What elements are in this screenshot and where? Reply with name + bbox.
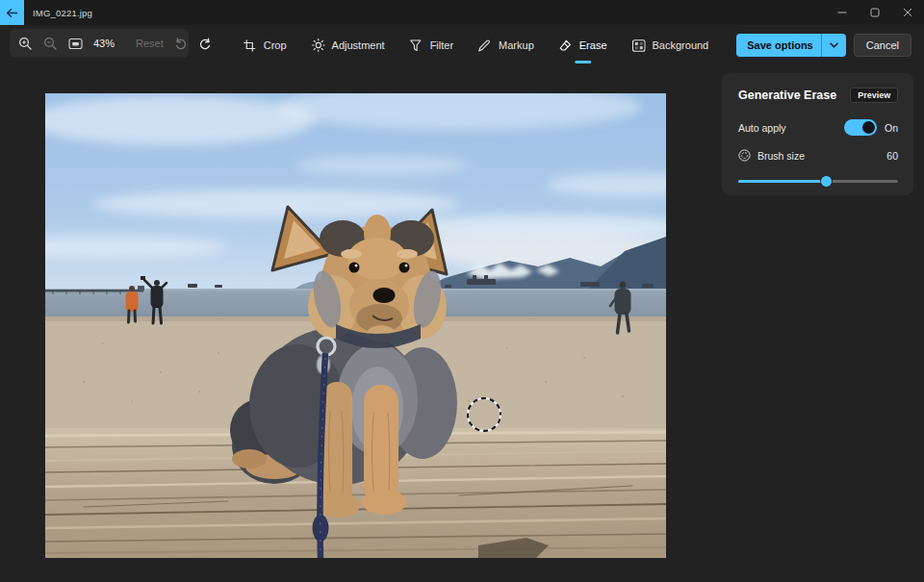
slider-thumb[interactable] [820, 175, 833, 188]
generative-erase-panel: Generative Erase Preview Auto apply On [722, 73, 913, 195]
tab-markup[interactable]: Markup [478, 31, 534, 60]
close-button[interactable] [891, 0, 924, 25]
tab-label: Adjustment [332, 39, 385, 51]
tab-adjustment[interactable]: Adjustment [312, 31, 385, 60]
beach-dog-photo [45, 93, 666, 558]
zoom-level-value: 43% [93, 38, 115, 49]
back-button[interactable] [0, 0, 24, 25]
zoom-in-icon [18, 37, 33, 51]
tab-label: Crop [264, 39, 287, 51]
tab-label: Erase [579, 39, 607, 51]
toggle-knob [862, 121, 875, 134]
zoom-toolbar: 43% Reset [10, 29, 189, 58]
brush-size-slider[interactable] [738, 174, 898, 188]
zoom-out-button[interactable] [43, 37, 58, 51]
preview-badge: Preview [850, 88, 898, 103]
crop-icon [244, 38, 257, 52]
minimize-icon [837, 8, 847, 17]
toolbar-actions: Save options Cancel [736, 34, 911, 57]
photo-canvas[interactable] [45, 93, 666, 558]
back-arrow-icon [6, 8, 18, 18]
undo-icon [174, 38, 188, 50]
minimize-button[interactable] [826, 0, 859, 25]
save-options-button[interactable]: Save options [736, 34, 845, 57]
fit-to-window-icon [68, 38, 83, 50]
tab-label: Background [653, 39, 709, 51]
tab-erase[interactable]: Erase [559, 31, 607, 60]
tab-label: Markup [499, 39, 534, 51]
maximize-icon [870, 8, 880, 17]
file-name: IMG_0221.jpg [33, 8, 92, 18]
save-options-label: Save options [736, 39, 820, 51]
slider-fill [738, 180, 826, 183]
edit-mode-tabs: Crop Adjustment Filter [244, 25, 708, 65]
chevron-down-icon [830, 42, 838, 48]
auto-apply-row: Auto apply On [738, 119, 898, 136]
background-icon [632, 38, 646, 52]
window-controls [826, 0, 924, 25]
filter-icon [410, 38, 424, 52]
undo-button[interactable] [174, 37, 188, 51]
tab-label: Filter [430, 39, 453, 51]
save-options-dropdown[interactable] [822, 42, 846, 48]
panel-title: Generative Erase [738, 89, 836, 102]
fit-to-window-button[interactable] [68, 37, 83, 51]
canvas-area [0, 65, 712, 582]
markup-pen-icon [478, 38, 492, 52]
tab-background[interactable]: Background [632, 31, 709, 60]
maximize-button[interactable] [859, 0, 891, 25]
toolbar: 43% Reset Crop [0, 25, 924, 65]
brush-size-value: 60 [886, 150, 898, 162]
auto-apply-label: Auto apply [738, 122, 786, 134]
side-area: Generative Erase Preview Auto apply On [712, 65, 924, 582]
photos-app-window: IMG_0221.jpg [0, 0, 924, 582]
brush-size-row: Brush size 60 [738, 149, 898, 162]
reset-button[interactable]: Reset [136, 38, 164, 49]
brush-size-icon [738, 149, 751, 162]
erase-icon [559, 38, 573, 52]
brush-size-label: Brush size [757, 150, 805, 162]
titlebar: IMG_0221.jpg [0, 0, 924, 25]
tab-filter[interactable]: Filter [410, 31, 453, 60]
zoom-out-icon [43, 37, 58, 51]
zoom-in-button[interactable] [18, 37, 33, 51]
cancel-label: Cancel [866, 39, 899, 51]
auto-apply-state: On [885, 122, 898, 134]
auto-apply-toggle[interactable] [844, 119, 877, 136]
tab-crop[interactable]: Crop [244, 31, 287, 60]
close-icon [903, 8, 912, 17]
redo-icon [198, 38, 212, 50]
cancel-button[interactable]: Cancel [854, 34, 911, 57]
adjustment-icon [312, 38, 325, 52]
redo-button[interactable] [198, 37, 212, 51]
